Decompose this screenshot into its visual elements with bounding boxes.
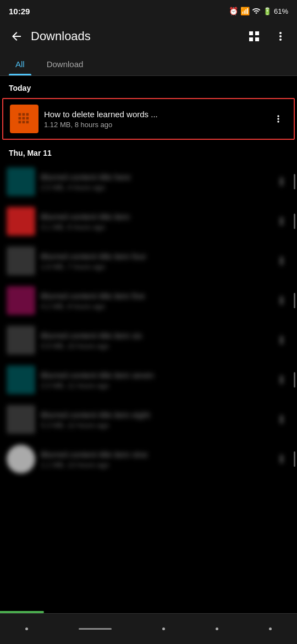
grid-view-button[interactable] (242, 24, 266, 48)
item-title-6: Blurred content title item six (41, 331, 267, 340)
status-icons: ⏰ 📶 🔋 61% (229, 7, 288, 15)
item-more-button-5[interactable] (273, 292, 290, 309)
grid-icon (248, 30, 261, 43)
nav-dot-4 (269, 627, 272, 630)
download-item-4[interactable]: Blurred content title item four 1.8 MB, … (0, 241, 297, 281)
tabs-bar: All Download (0, 53, 297, 76)
battery-icon: 🔋 (263, 7, 272, 15)
content-area: Today How to delete learned words ... 1.… (0, 76, 297, 510)
item-title-3: Blurred content title item (41, 212, 267, 221)
item-title-5: Blurred content title item five (41, 291, 267, 301)
item-meta-1: 1.12 MB, 8 hours ago (44, 121, 264, 129)
battery-percent: 61% (274, 7, 288, 15)
nav-indicator (79, 628, 112, 630)
item-thumbnail-9 (7, 445, 35, 473)
signal-icon (252, 7, 261, 15)
tab-download[interactable]: Download (36, 53, 95, 75)
more-icon (274, 30, 287, 43)
more-options-button[interactable] (268, 24, 293, 48)
item-title-4: Blurred content title item four (41, 252, 267, 261)
item-info-4: Blurred content title item four 1.8 MB, … (35, 252, 273, 271)
item-thumbnail-6 (7, 326, 35, 354)
item-thumbnail-7 (7, 365, 35, 394)
svg-rect-6 (19, 121, 21, 124)
download-item-8[interactable]: Blurred content title item eight 5.3 MB,… (0, 400, 297, 439)
item-meta-8: 5.3 MB, 12 hours ago (41, 421, 267, 429)
bottom-nav (0, 613, 297, 644)
item-info-8: Blurred content title item eight 5.3 MB,… (35, 410, 273, 429)
svg-rect-7 (23, 121, 25, 124)
svg-rect-1 (23, 113, 25, 116)
item-meta-6: 0.9 MB, 10 hours ago (41, 342, 267, 350)
item-thumbnail-2 (7, 167, 35, 196)
item-title-2: Blurred content title here (41, 172, 267, 182)
item-more-button-4[interactable] (273, 252, 290, 270)
item-info-2: Blurred content title here 2.5 MB, 4 hou… (35, 172, 273, 192)
download-item-3[interactable]: Blurred content title item 3.1 MB, 6 hou… (0, 201, 297, 241)
section-header-thu: Thu, Mar 11 (0, 141, 297, 162)
item-thumbnail-3 (7, 207, 35, 236)
svg-rect-4 (26, 113, 29, 116)
item-meta-9: 1.1 MB, 13 hours ago (41, 461, 267, 469)
item-more-button-2[interactable] (273, 173, 290, 190)
item-thumbnail-5 (7, 286, 35, 315)
download-item-2[interactable]: Blurred content title here 2.5 MB, 4 hou… (0, 162, 297, 201)
item-thumbnail-1 (10, 105, 38, 133)
back-button[interactable] (4, 24, 29, 48)
wifi-icon: 📶 (240, 7, 250, 15)
alarm-icon: ⏰ (229, 7, 238, 15)
item-more-button-6[interactable] (273, 331, 290, 349)
item-title-8: Blurred content title item eight (41, 410, 267, 419)
nav-dot-3 (216, 627, 218, 630)
item-meta-5: 4.2 MB, 9 hours ago (41, 302, 267, 310)
download-item-highlighted[interactable]: How to delete learned words ... 1.12 MB,… (2, 98, 295, 140)
item-title-9: Blurred content title item nine (41, 450, 267, 459)
nav-dot-1 (25, 627, 28, 630)
item-more-button-9[interactable] (273, 450, 290, 468)
app-bar: Downloads (0, 20, 297, 53)
download-item-6[interactable]: Blurred content title item six 0.9 MB, 1… (0, 320, 297, 360)
svg-rect-8 (26, 121, 29, 124)
item-info-5: Blurred content title item five 4.2 MB, … (35, 291, 273, 310)
item-info-7: Blurred content title item seven 2.0 MB,… (35, 370, 273, 390)
status-time: 10:29 (9, 7, 30, 16)
svg-rect-3 (23, 117, 25, 120)
item-info-9: Blurred content title item nine 1.1 MB, … (35, 450, 273, 469)
nav-dot-2 (162, 627, 165, 630)
item-more-button-3[interactable] (273, 212, 290, 230)
item-meta-4: 1.8 MB, 7 hours ago (41, 263, 267, 271)
item-title-7: Blurred content title item seven (41, 370, 267, 380)
status-bar: 10:29 ⏰ 📶 🔋 61% (0, 0, 297, 20)
page-title: Downloads (29, 29, 242, 43)
item-more-button-1[interactable] (270, 110, 287, 128)
item-meta-3: 3.1 MB, 6 hours ago (41, 223, 267, 231)
item-title-1: How to delete learned words ... (44, 110, 264, 119)
svg-rect-0 (19, 113, 21, 116)
more-vert-icon (273, 113, 284, 124)
item-thumbnail-8 (7, 405, 35, 434)
item-info-1: How to delete learned words ... 1.12 MB,… (38, 110, 270, 129)
section-header-today: Today (0, 76, 297, 97)
item-thumbnail-4 (7, 247, 35, 275)
back-icon (10, 30, 23, 43)
item-info-6: Blurred content title item six 0.9 MB, 1… (35, 331, 273, 350)
item-more-button-7[interactable] (273, 371, 290, 389)
download-item-7[interactable]: Blurred content title item seven 2.0 MB,… (0, 360, 297, 400)
download-item-5[interactable]: Blurred content title item five 4.2 MB, … (0, 281, 297, 320)
item-info-3: Blurred content title item 3.1 MB, 6 hou… (35, 212, 273, 231)
download-item-9[interactable]: Blurred content title item nine 1.1 MB, … (0, 439, 297, 479)
svg-rect-2 (19, 117, 21, 120)
item-meta-7: 2.0 MB, 11 hours ago (41, 381, 267, 390)
item-meta-2: 2.5 MB, 4 hours ago (41, 183, 267, 192)
svg-rect-5 (26, 117, 29, 120)
tab-all[interactable]: All (4, 53, 36, 75)
item-more-button-8[interactable] (273, 411, 290, 428)
app-bar-actions (242, 24, 293, 48)
